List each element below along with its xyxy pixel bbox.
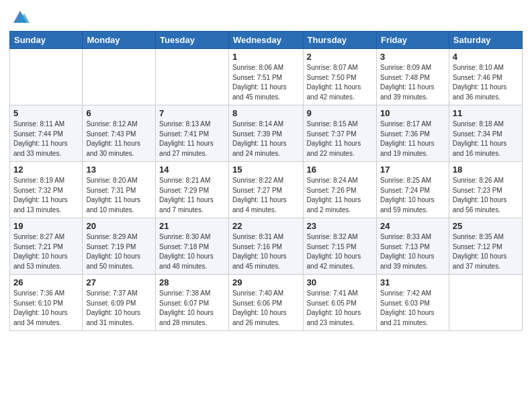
day-info: Sunrise: 8:18 AM Sunset: 7:34 PM Dayligh… bbox=[453, 120, 519, 158]
day-info: Sunrise: 8:31 AM Sunset: 7:16 PM Dayligh… bbox=[232, 232, 300, 271]
week-row-4: 19Sunrise: 8:27 AM Sunset: 7:21 PM Dayli… bbox=[10, 218, 523, 275]
day-info: Sunrise: 8:25 AM Sunset: 7:24 PM Dayligh… bbox=[380, 176, 445, 215]
day-info: Sunrise: 8:10 AM Sunset: 7:46 PM Dayligh… bbox=[453, 63, 519, 102]
weekday-header-tuesday: Tuesday bbox=[156, 32, 229, 49]
weekday-header-friday: Friday bbox=[376, 32, 449, 49]
day-cell: 5Sunrise: 8:11 AM Sunset: 7:44 PM Daylig… bbox=[10, 105, 83, 162]
logo-icon bbox=[11, 7, 30, 26]
day-info: Sunrise: 8:30 AM Sunset: 7:18 PM Dayligh… bbox=[159, 232, 225, 271]
weekday-header-thursday: Thursday bbox=[303, 32, 376, 49]
day-cell: 1Sunrise: 8:06 AM Sunset: 7:51 PM Daylig… bbox=[228, 49, 303, 105]
day-number: 28 bbox=[159, 277, 225, 287]
day-info: Sunrise: 8:20 AM Sunset: 7:31 PM Dayligh… bbox=[86, 176, 152, 215]
day-number: 3 bbox=[380, 52, 445, 62]
day-info: Sunrise: 8:27 AM Sunset: 7:21 PM Dayligh… bbox=[13, 232, 79, 271]
week-row-3: 12Sunrise: 8:19 AM Sunset: 7:32 PM Dayli… bbox=[10, 162, 523, 218]
day-number: 12 bbox=[13, 165, 79, 175]
day-cell: 29Sunrise: 7:40 AM Sunset: 6:06 PM Dayli… bbox=[228, 275, 303, 331]
day-number: 7 bbox=[159, 108, 225, 118]
header bbox=[9, 7, 523, 26]
day-number: 26 bbox=[13, 277, 79, 287]
day-cell: 20Sunrise: 8:29 AM Sunset: 7:19 PM Dayli… bbox=[83, 218, 156, 275]
day-info: Sunrise: 8:24 AM Sunset: 7:26 PM Dayligh… bbox=[307, 176, 373, 215]
day-cell: 14Sunrise: 8:21 AM Sunset: 7:29 PM Dayli… bbox=[156, 162, 229, 218]
weekday-header-row: SundayMondayTuesdayWednesdayThursdayFrid… bbox=[10, 32, 523, 49]
day-number: 4 bbox=[453, 52, 519, 62]
day-cell: 4Sunrise: 8:10 AM Sunset: 7:46 PM Daylig… bbox=[449, 49, 522, 105]
logo bbox=[9, 7, 30, 26]
day-number: 8 bbox=[232, 108, 300, 118]
day-cell: 12Sunrise: 8:19 AM Sunset: 7:32 PM Dayli… bbox=[10, 162, 83, 218]
day-cell: 17Sunrise: 8:25 AM Sunset: 7:24 PM Dayli… bbox=[376, 162, 449, 218]
day-cell: 24Sunrise: 8:33 AM Sunset: 7:13 PM Dayli… bbox=[376, 218, 449, 275]
day-info: Sunrise: 8:35 AM Sunset: 7:12 PM Dayligh… bbox=[453, 232, 519, 271]
day-number: 19 bbox=[13, 221, 79, 231]
day-number: 25 bbox=[453, 221, 519, 231]
day-cell: 16Sunrise: 8:24 AM Sunset: 7:26 PM Dayli… bbox=[303, 162, 376, 218]
weekday-header-saturday: Saturday bbox=[449, 32, 522, 49]
day-info: Sunrise: 8:33 AM Sunset: 7:13 PM Dayligh… bbox=[380, 232, 445, 271]
day-number: 14 bbox=[159, 165, 225, 175]
day-info: Sunrise: 8:19 AM Sunset: 7:32 PM Dayligh… bbox=[13, 176, 79, 215]
day-cell: 19Sunrise: 8:27 AM Sunset: 7:21 PM Dayli… bbox=[10, 218, 83, 275]
day-cell: 26Sunrise: 7:36 AM Sunset: 6:10 PM Dayli… bbox=[10, 275, 83, 331]
day-info: Sunrise: 7:40 AM Sunset: 6:06 PM Dayligh… bbox=[232, 289, 300, 328]
day-number: 9 bbox=[307, 108, 373, 118]
day-info: Sunrise: 8:11 AM Sunset: 7:44 PM Dayligh… bbox=[13, 120, 79, 158]
day-cell: 9Sunrise: 8:15 AM Sunset: 7:37 PM Daylig… bbox=[303, 105, 376, 162]
day-cell: 2Sunrise: 8:07 AM Sunset: 7:50 PM Daylig… bbox=[303, 49, 376, 105]
day-info: Sunrise: 8:09 AM Sunset: 7:48 PM Dayligh… bbox=[380, 63, 445, 102]
day-number: 2 bbox=[307, 52, 373, 62]
day-info: Sunrise: 8:14 AM Sunset: 7:39 PM Dayligh… bbox=[232, 120, 300, 158]
day-number: 29 bbox=[232, 277, 300, 287]
day-cell bbox=[83, 49, 156, 105]
day-number: 31 bbox=[380, 277, 445, 287]
day-number: 6 bbox=[86, 108, 152, 118]
day-number: 10 bbox=[380, 108, 445, 118]
day-number: 5 bbox=[13, 108, 79, 118]
day-info: Sunrise: 8:12 AM Sunset: 7:43 PM Dayligh… bbox=[86, 120, 152, 158]
day-number: 21 bbox=[159, 221, 225, 231]
day-cell bbox=[10, 49, 83, 105]
day-cell: 21Sunrise: 8:30 AM Sunset: 7:18 PM Dayli… bbox=[156, 218, 229, 275]
day-number: 1 bbox=[232, 52, 300, 62]
day-number: 27 bbox=[86, 277, 152, 287]
day-cell: 28Sunrise: 7:38 AM Sunset: 6:07 PM Dayli… bbox=[156, 275, 229, 331]
day-info: Sunrise: 8:26 AM Sunset: 7:23 PM Dayligh… bbox=[453, 176, 519, 215]
day-cell: 13Sunrise: 8:20 AM Sunset: 7:31 PM Dayli… bbox=[83, 162, 156, 218]
day-info: Sunrise: 7:42 AM Sunset: 6:03 PM Dayligh… bbox=[380, 289, 445, 328]
day-number: 15 bbox=[232, 165, 300, 175]
weekday-header-sunday: Sunday bbox=[10, 32, 83, 49]
calendar: SundayMondayTuesdayWednesdayThursdayFrid… bbox=[9, 31, 523, 331]
day-cell: 6Sunrise: 8:12 AM Sunset: 7:43 PM Daylig… bbox=[83, 105, 156, 162]
day-cell: 23Sunrise: 8:32 AM Sunset: 7:15 PM Dayli… bbox=[303, 218, 376, 275]
day-number: 17 bbox=[380, 165, 445, 175]
day-cell bbox=[156, 49, 229, 105]
day-number: 22 bbox=[232, 221, 300, 231]
day-number: 18 bbox=[453, 165, 519, 175]
day-info: Sunrise: 8:17 AM Sunset: 7:36 PM Dayligh… bbox=[380, 120, 445, 158]
day-number: 23 bbox=[307, 221, 373, 231]
day-info: Sunrise: 7:41 AM Sunset: 6:05 PM Dayligh… bbox=[307, 289, 373, 328]
page: SundayMondayTuesdayWednesdayThursdayFrid… bbox=[0, 0, 532, 411]
weekday-header-wednesday: Wednesday bbox=[228, 32, 303, 49]
day-cell: 31Sunrise: 7:42 AM Sunset: 6:03 PM Dayli… bbox=[376, 275, 449, 331]
day-info: Sunrise: 8:13 AM Sunset: 7:41 PM Dayligh… bbox=[159, 120, 225, 158]
day-info: Sunrise: 8:32 AM Sunset: 7:15 PM Dayligh… bbox=[307, 232, 373, 271]
day-info: Sunrise: 8:15 AM Sunset: 7:37 PM Dayligh… bbox=[307, 120, 373, 158]
day-number: 30 bbox=[307, 277, 373, 287]
week-row-2: 5Sunrise: 8:11 AM Sunset: 7:44 PM Daylig… bbox=[10, 105, 523, 162]
day-info: Sunrise: 8:21 AM Sunset: 7:29 PM Dayligh… bbox=[159, 176, 225, 215]
day-number: 11 bbox=[453, 108, 519, 118]
day-info: Sunrise: 8:22 AM Sunset: 7:27 PM Dayligh… bbox=[232, 176, 300, 215]
day-cell: 11Sunrise: 8:18 AM Sunset: 7:34 PM Dayli… bbox=[449, 105, 522, 162]
weekday-header-monday: Monday bbox=[83, 32, 156, 49]
day-number: 24 bbox=[380, 221, 445, 231]
day-info: Sunrise: 8:06 AM Sunset: 7:51 PM Dayligh… bbox=[232, 63, 300, 102]
day-info: Sunrise: 7:38 AM Sunset: 6:07 PM Dayligh… bbox=[159, 289, 225, 328]
day-cell: 27Sunrise: 7:37 AM Sunset: 6:09 PM Dayli… bbox=[83, 275, 156, 331]
day-number: 16 bbox=[307, 165, 373, 175]
day-cell: 10Sunrise: 8:17 AM Sunset: 7:36 PM Dayli… bbox=[376, 105, 449, 162]
day-info: Sunrise: 8:29 AM Sunset: 7:19 PM Dayligh… bbox=[86, 232, 152, 271]
day-info: Sunrise: 7:37 AM Sunset: 6:09 PM Dayligh… bbox=[86, 289, 152, 328]
